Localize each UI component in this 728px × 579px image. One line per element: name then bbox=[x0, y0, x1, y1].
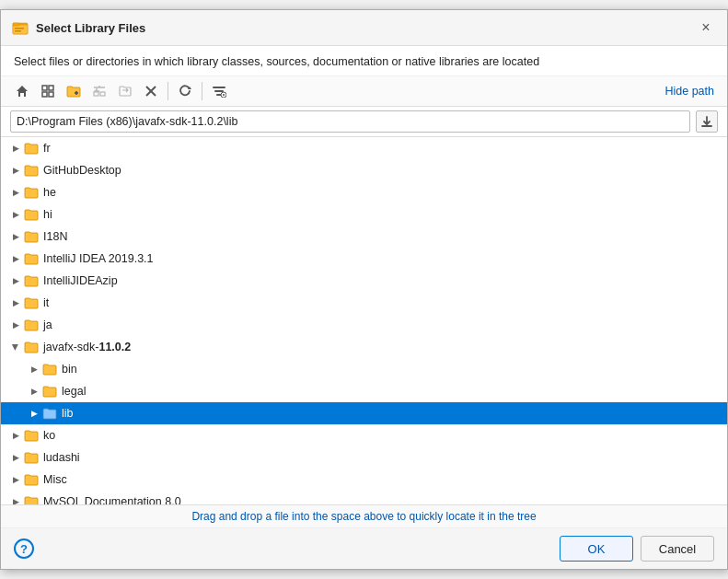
label-javafx: javafx-sdk-11.0.2 bbox=[43, 341, 131, 353]
folder-icon-ko bbox=[23, 427, 40, 444]
chevron-hi: ▶ bbox=[8, 207, 23, 222]
close-button[interactable]: × bbox=[696, 17, 716, 38]
select-library-dialog: Select Library Files × Select files or d… bbox=[0, 9, 728, 570]
folder-icon-ja bbox=[23, 317, 40, 333]
tree-item-legal[interactable]: ▶ legal bbox=[1, 380, 727, 402]
path-input[interactable] bbox=[10, 110, 690, 133]
help-button[interactable]: ? bbox=[14, 538, 34, 559]
collapse-button[interactable] bbox=[87, 80, 111, 102]
folder-icon-bin bbox=[41, 361, 58, 377]
ok-button[interactable]: OK bbox=[560, 536, 633, 562]
delete-button[interactable] bbox=[139, 80, 163, 102]
folder-icon-fr bbox=[23, 140, 40, 156]
label-it: it bbox=[43, 296, 49, 309]
svg-rect-3 bbox=[15, 28, 24, 29]
file-tree[interactable]: ▶ fr ▶ GitHubDesktop ▶ he ▶ bbox=[1, 137, 727, 505]
tree-item-githubdesktop[interactable]: ▶ GitHubDesktop bbox=[1, 159, 727, 181]
label-intellijzip: IntelliJIDEAzip bbox=[43, 274, 118, 287]
svg-rect-2 bbox=[13, 23, 19, 26]
tree-item-intellij[interactable]: ▶ IntelliJ IDEA 2019.3.1 bbox=[1, 248, 727, 270]
refresh-button[interactable] bbox=[173, 80, 197, 102]
tree-item-fr[interactable]: ▶ fr bbox=[1, 137, 727, 159]
label-ja: ja bbox=[43, 318, 52, 331]
tree-item-mysql[interactable]: ▶ MySQL Documentation 8.0 bbox=[1, 491, 727, 505]
chevron-ja: ▶ bbox=[8, 318, 23, 332]
tree-item-javafx[interactable]: ▶ javafx-sdk-11.0.2 bbox=[1, 336, 727, 358]
home-button[interactable] bbox=[10, 80, 34, 102]
tree-item-it[interactable]: ▶ it bbox=[1, 292, 727, 314]
label-ludashi: ludashi bbox=[43, 451, 80, 464]
path-row bbox=[1, 107, 727, 137]
chevron-lib: ▶ bbox=[27, 406, 41, 421]
folder-icon-intellij bbox=[23, 250, 40, 267]
svg-rect-17 bbox=[213, 87, 225, 88]
filter-button[interactable] bbox=[207, 80, 231, 102]
label-bin: bin bbox=[62, 363, 77, 376]
label-he: he bbox=[43, 186, 56, 199]
toolbar: Hide path bbox=[1, 76, 727, 107]
svg-rect-1 bbox=[13, 25, 28, 34]
folder-icon-it bbox=[23, 295, 40, 311]
chevron-misc: ▶ bbox=[8, 472, 23, 487]
toolbar-separator bbox=[168, 82, 168, 100]
tree-item-ja[interactable]: ▶ ja bbox=[1, 314, 727, 336]
chevron-bin: ▶ bbox=[27, 362, 41, 376]
tree-item-i18n[interactable]: ▶ I18N bbox=[1, 226, 727, 248]
svg-rect-13 bbox=[100, 92, 105, 96]
folder-icon-hi bbox=[23, 206, 40, 223]
chevron-it: ▶ bbox=[8, 295, 23, 310]
label-i18n: I18N bbox=[43, 230, 67, 243]
cancel-button[interactable]: Cancel bbox=[641, 536, 714, 562]
toolbar-separator-2 bbox=[202, 82, 202, 100]
folder-icon-javafx bbox=[23, 339, 40, 355]
tree-item-hi[interactable]: ▶ hi bbox=[1, 203, 727, 226]
label-intellij: IntelliJ IDEA 2019.3.1 bbox=[43, 252, 154, 265]
view-button[interactable] bbox=[36, 80, 60, 102]
svg-rect-12 bbox=[94, 92, 98, 96]
tree-item-ludashi[interactable]: ▶ ludashi bbox=[1, 446, 727, 469]
chevron-legal: ▶ bbox=[27, 384, 41, 399]
chevron-he: ▶ bbox=[8, 185, 23, 200]
dialog-title: Select Library Files bbox=[36, 21, 145, 35]
title-bar-left: Select Library Files bbox=[12, 19, 145, 36]
label-legal: legal bbox=[62, 385, 86, 398]
chevron-ludashi: ▶ bbox=[8, 450, 23, 465]
label-hi: hi bbox=[43, 208, 52, 221]
label-misc: Misc bbox=[43, 473, 67, 486]
svg-rect-4 bbox=[15, 30, 21, 32]
path-download-button[interactable] bbox=[696, 110, 718, 133]
svg-rect-8 bbox=[42, 92, 47, 97]
tree-item-he[interactable]: ▶ he bbox=[1, 181, 727, 203]
tree-item-lib[interactable]: ▶ lib bbox=[1, 402, 727, 424]
chevron-javafx: ▶ bbox=[8, 340, 23, 354]
action-buttons: OK Cancel bbox=[560, 536, 714, 562]
label-lib: lib bbox=[62, 407, 74, 420]
svg-marker-5 bbox=[17, 86, 28, 97]
folder-icon-ludashi bbox=[23, 449, 40, 466]
chevron-ko: ▶ bbox=[8, 428, 23, 443]
chevron-intellij: ▶ bbox=[8, 251, 23, 266]
chevron-githubdesktop: ▶ bbox=[8, 163, 23, 178]
bottom-bar: ? OK Cancel bbox=[1, 528, 727, 569]
drag-hint: Drag and drop a file into the space abov… bbox=[1, 505, 727, 528]
label-githubdesktop: GitHubDesktop bbox=[43, 164, 121, 177]
tree-item-ko[interactable]: ▶ ko bbox=[1, 424, 727, 446]
hide-path-button[interactable]: Hide path bbox=[661, 83, 718, 99]
move-button[interactable] bbox=[113, 80, 137, 102]
dialog-description: Select files or directories in which lib… bbox=[1, 46, 727, 76]
folder-icon-mysql bbox=[23, 493, 40, 505]
chevron-i18n: ▶ bbox=[8, 229, 23, 244]
title-bar: Select Library Files × bbox=[1, 10, 727, 46]
tree-item-bin[interactable]: ▶ bin bbox=[1, 358, 727, 380]
chevron-fr: ▶ bbox=[8, 141, 23, 156]
svg-rect-18 bbox=[214, 90, 224, 92]
dialog-icon bbox=[12, 19, 29, 36]
svg-rect-9 bbox=[49, 92, 53, 97]
folder-icon-legal bbox=[41, 383, 58, 400]
tree-item-intellijzip[interactable]: ▶ IntelliJIDEAzip bbox=[1, 270, 727, 292]
new-folder-button[interactable] bbox=[62, 80, 86, 102]
folder-icon-intellijzip bbox=[23, 272, 40, 289]
tree-item-misc[interactable]: ▶ Misc bbox=[1, 469, 727, 491]
chevron-intellijzip: ▶ bbox=[8, 273, 23, 288]
folder-icon-he bbox=[23, 184, 40, 201]
